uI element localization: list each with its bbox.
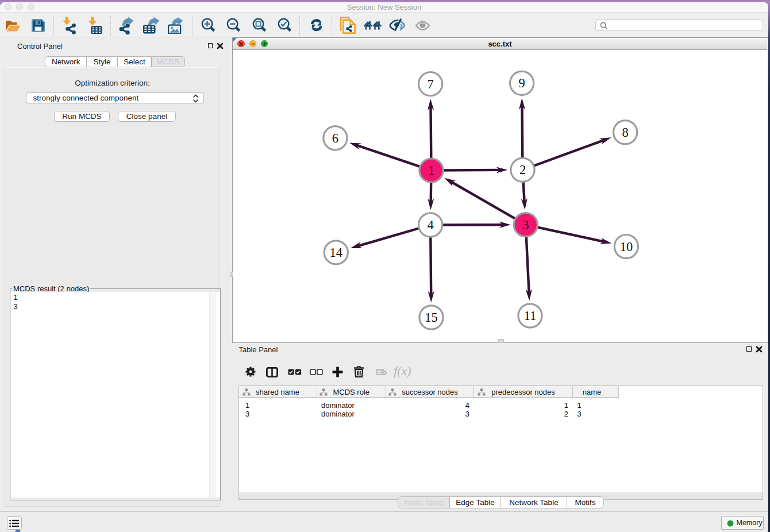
svg-text:4: 4 bbox=[427, 218, 433, 232]
svg-text:10: 10 bbox=[620, 240, 633, 254]
svg-text:6: 6 bbox=[332, 131, 338, 145]
svg-text:1: 1 bbox=[428, 163, 434, 178]
svg-text:15: 15 bbox=[425, 310, 438, 325]
svg-text:11: 11 bbox=[524, 309, 537, 323]
svg-text:9: 9 bbox=[518, 76, 525, 90]
svg-text:8: 8 bbox=[622, 125, 628, 140]
svg-text:14: 14 bbox=[330, 245, 343, 260]
svg-text:7: 7 bbox=[427, 77, 433, 91]
svg-text:3: 3 bbox=[522, 218, 529, 232]
svg-text:2: 2 bbox=[519, 163, 526, 177]
